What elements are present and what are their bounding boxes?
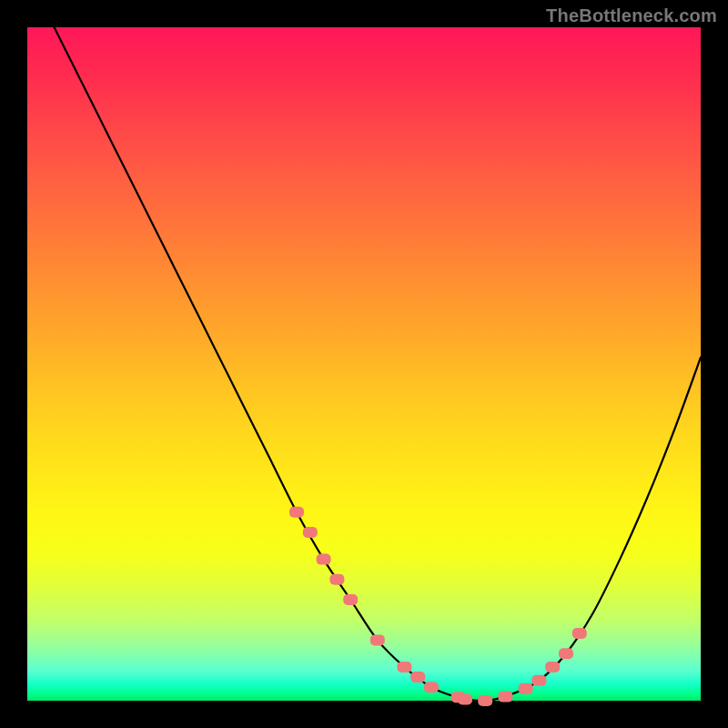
- highlight-marker: [329, 574, 344, 585]
- highlight-marker: [397, 662, 411, 672]
- highlight-marker: [531, 675, 546, 686]
- highlight-marker: [424, 682, 439, 693]
- highlight-marker: [458, 694, 472, 705]
- highlight-marker: [572, 628, 587, 639]
- highlight-marker: [317, 554, 331, 565]
- watermark-text: TheBottleneck.com: [546, 5, 717, 26]
- highlight-marker: [289, 507, 304, 518]
- highlight-marker: [478, 695, 492, 706]
- highlight-markers: [289, 507, 587, 706]
- highlight-marker: [559, 648, 573, 659]
- highlight-marker: [410, 672, 425, 682]
- highlight-marker: [498, 692, 512, 703]
- highlight-marker: [370, 634, 385, 645]
- chart-container: TheBottleneck.com: [0, 0, 728, 728]
- highlight-marker: [519, 683, 533, 694]
- highlight-marker: [343, 594, 358, 605]
- bottleneck-curve-line: [55, 27, 701, 701]
- curve-layer: [27, 27, 701, 701]
- highlight-marker: [545, 662, 560, 672]
- highlight-marker: [303, 527, 318, 538]
